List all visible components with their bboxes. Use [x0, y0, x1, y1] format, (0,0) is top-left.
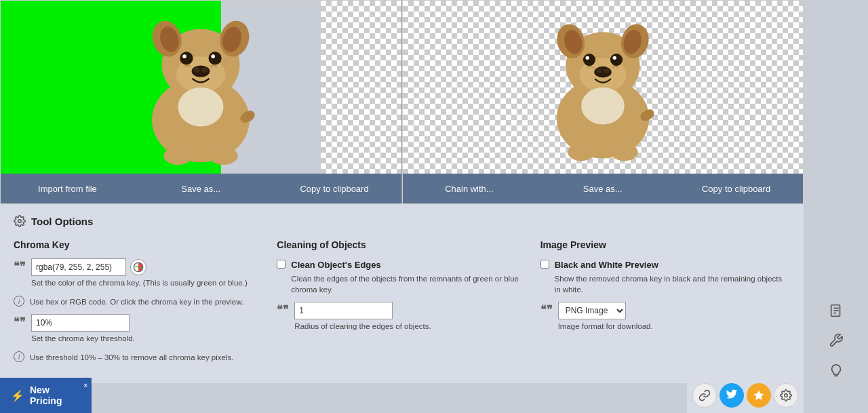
image-preview-heading: Image Preview: [540, 239, 790, 250]
threshold-input-group: Set the chroma key threshold.: [31, 314, 135, 344]
chroma-key-group: Chroma Key ❝❞ Set the c: [14, 239, 263, 370]
color-input-wrapper: [31, 258, 248, 276]
radius-input-group: Radius of clearing the edges of objects.: [294, 302, 431, 332]
quote-icon-3: ❝❞: [277, 303, 289, 316]
clean-edges-desc: Clean the edges of the objects from the …: [291, 273, 526, 295]
lightning-icon: ⚡: [11, 389, 24, 402]
right-toolbar: Chain with... Save as... Copy to clipboa…: [403, 174, 804, 203]
left-canvas: [1, 1, 401, 174]
svg-point-14: [178, 87, 224, 127]
radius-desc: Radius of clearing the edges of objects.: [294, 321, 431, 332]
format-option-row: ❝❞ PNG Image JPEG Image WebP Image Image…: [540, 302, 790, 332]
color-option-row: ❝❞ Set the color of the chroma key. (Th: [14, 258, 263, 288]
color-info-row: i Use hex or RGB code. Or click the chro…: [14, 295, 263, 307]
cleaning-heading: Cleaning of Objects: [277, 239, 526, 250]
chroma-color-input[interactable]: [31, 258, 126, 276]
threshold-desc: Set the chroma key threshold.: [31, 333, 135, 344]
chain-with-button[interactable]: Chain with...: [403, 176, 536, 202]
tool-options-header: Tool Options: [14, 215, 790, 227]
tool-options-title: Tool Options: [31, 216, 93, 227]
clean-edges-row: Clean Object's Edges Clean the edges of …: [277, 258, 526, 295]
color-desc: Set the color of the chroma key. (This i…: [31, 277, 248, 288]
svg-point-12: [194, 67, 201, 73]
link-button[interactable]: [692, 383, 717, 408]
svg-point-30: [596, 68, 602, 73]
svg-point-10: [212, 54, 216, 58]
left-toolbar: Import from file Save as... Copy to clip…: [1, 174, 401, 203]
color-input-group: Set the color of the chroma key. (This i…: [31, 258, 248, 288]
svg-point-15: [164, 146, 193, 165]
threshold-input[interactable]: [31, 314, 130, 332]
chroma-key-heading: Chroma Key: [14, 239, 263, 250]
right-save-as-button[interactable]: Save as...: [536, 176, 669, 202]
bw-preview-row: Black and White Preview Show the removed…: [540, 258, 790, 295]
quote-icon-1: ❝❞: [14, 260, 26, 273]
svg-point-36: [18, 220, 22, 223]
svg-point-26: [610, 54, 623, 66]
svg-point-43: [785, 394, 788, 397]
new-pricing-label: New Pricing: [30, 385, 81, 406]
svg-point-25: [583, 54, 595, 66]
svg-point-33: [568, 143, 595, 160]
import-from-file-button[interactable]: Import from file: [1, 176, 134, 202]
right-image-panel: Chain with... Save as... Copy to clipboa…: [402, 0, 804, 204]
right-canvas: [403, 1, 804, 174]
format-select-group: PNG Image JPEG Image WebP Image Image fo…: [558, 302, 653, 332]
sidebar-note-icon[interactable]: [824, 298, 848, 323]
twitter-button[interactable]: [719, 383, 744, 408]
bw-preview-desc: Show the removed chroma key in black and…: [555, 273, 790, 295]
clean-edges-checkbox[interactable]: [277, 260, 285, 269]
info-icon-2: i: [14, 351, 24, 362]
cleaning-group: Cleaning of Objects Clean Object's Edges…: [277, 239, 526, 370]
color-picker-button[interactable]: [130, 259, 146, 275]
gear-icon: [14, 215, 26, 227]
threshold-info-row: i Use threshold 10% – 30% to remove all …: [14, 351, 263, 363]
bottom-social-bar: [687, 378, 804, 413]
svg-point-16: [210, 146, 238, 165]
bw-preview-checkbox[interactable]: [540, 260, 549, 269]
options-grid: Chroma Key ❝❞ Set the c: [14, 239, 790, 370]
format-desc: Image format for download.: [558, 321, 653, 332]
svg-point-7: [180, 52, 193, 64]
threshold-option-row: ❝❞ Set the chroma key threshold.: [14, 314, 263, 344]
settings-button[interactable]: [774, 383, 798, 408]
svg-point-31: [604, 68, 610, 73]
dog-image-right: [535, 9, 671, 165]
left-copy-clipboard-button[interactable]: Copy to clipboard: [268, 176, 401, 202]
svg-marker-42: [754, 391, 764, 400]
clean-edges-label: Clean Object's Edges: [291, 260, 380, 270]
new-pricing-badge[interactable]: ⚡ New Pricing ×: [0, 378, 92, 413]
left-save-as-button[interactable]: Save as...: [134, 176, 268, 202]
sidebar-bulb-icon[interactable]: [824, 358, 848, 382]
svg-point-8: [209, 52, 222, 64]
format-dropdown[interactable]: PNG Image JPEG Image WebP Image: [558, 302, 626, 319]
svg-point-13: [201, 67, 208, 73]
threshold-info-text: Use threshold 10% – 30% to remove all ch…: [30, 352, 233, 363]
star-button[interactable]: [747, 383, 771, 408]
image-preview-group: Image Preview Black and White Preview Sh…: [540, 239, 790, 370]
radius-option-row: ❝❞ Radius of clearing the edges of objec…: [277, 302, 526, 332]
quote-icon-4: ❝❞: [540, 303, 553, 316]
svg-point-28: [612, 56, 616, 59]
close-badge-button[interactable]: ×: [83, 382, 87, 389]
left-image-panel: Import from file Save as... Copy to clip…: [0, 0, 402, 204]
sidebar-tool-icon[interactable]: [824, 328, 848, 353]
svg-point-32: [581, 87, 625, 125]
right-sidebar: [804, 0, 868, 413]
svg-point-9: [182, 54, 186, 58]
svg-point-27: [585, 56, 589, 59]
info-icon-1: i: [14, 296, 24, 307]
right-copy-clipboard-button[interactable]: Copy to clipboard: [669, 176, 803, 202]
dog-image-left: [126, 9, 275, 165]
bw-preview-label: Black and White Preview: [555, 260, 658, 270]
svg-point-34: [611, 143, 638, 160]
radius-input[interactable]: [294, 302, 393, 319]
color-info-text: Use hex or RGB code. Or click the chroma…: [30, 296, 243, 307]
tool-options-section: Tool Options Chroma Key ❝❞: [0, 204, 804, 383]
quote-icon-2: ❝❞: [14, 315, 26, 328]
